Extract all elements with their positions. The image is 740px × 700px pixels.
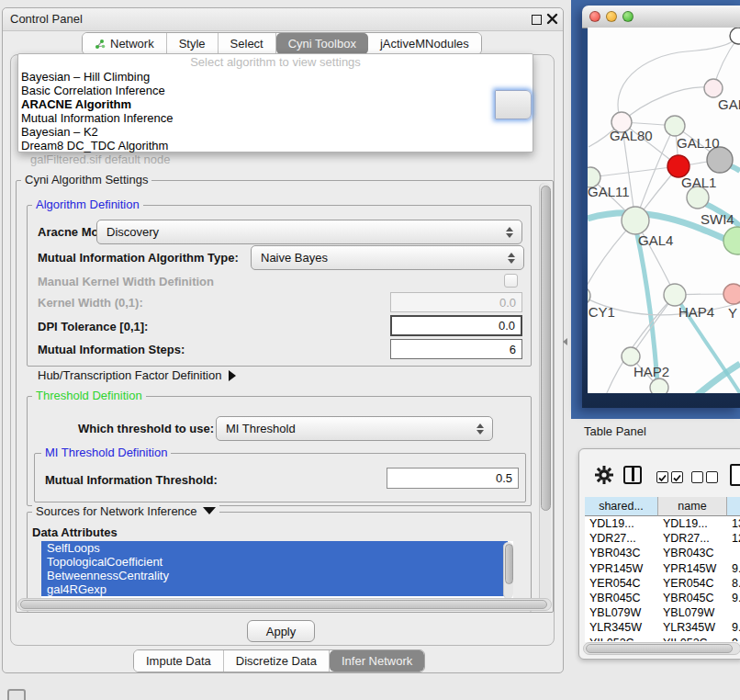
network-graph: GALGAL80GAL10GAL1GAL11SWI4GAL4GCY1HAP4YH… — [588, 28, 740, 393]
tab-network[interactable]: Network — [83, 33, 167, 54]
mi-threshold-field[interactable]: 0.5 — [387, 468, 519, 489]
table-cell[interactable] — [727, 605, 740, 620]
deselect-all-icon[interactable] — [691, 469, 721, 483]
expand-right-icon — [229, 370, 236, 381]
table-cell[interactable]: YBL079W — [585, 605, 658, 620]
table-cell[interactable]: YLR345W — [658, 620, 727, 635]
aracne-mode-combo[interactable]: Discovery — [96, 220, 522, 244]
attribute-list-scrollbar[interactable] — [503, 542, 513, 599]
column-header[interactable] — [727, 497, 740, 516]
algorithm-option[interactable]: Bayesian – Hill Climbing — [18, 70, 533, 84]
network-edge[interactable] — [695, 364, 740, 393]
gear-icon[interactable] — [594, 465, 614, 485]
manual-kernel-checkbox[interactable] — [504, 274, 518, 288]
table-selector-text: galFiltered.sif default node — [30, 152, 170, 166]
table-cell[interactable] — [727, 546, 740, 560]
data-attribute-item[interactable]: BetweennessCentrality — [41, 569, 508, 582]
data-attribute-item[interactable]: TopologicalCoefficient — [41, 555, 508, 569]
zoom-traffic-light-icon[interactable] — [622, 11, 633, 22]
table-cell[interactable]: YBR045C — [658, 591, 727, 605]
close-traffic-light-icon[interactable] — [589, 11, 600, 22]
network-node-gcy1[interactable] — [588, 287, 590, 305]
tab-cyni-toolbox[interactable]: Cyni Toolbox — [276, 33, 368, 54]
table-cell[interactable]: 13 — [727, 516, 740, 531]
splitter-handle-icon[interactable] — [563, 338, 567, 345]
settings-horizontal-scrollbar[interactable] — [17, 598, 552, 611]
network-node[interactable] — [723, 227, 740, 254]
network-node[interactable] — [650, 378, 668, 393]
tab-select[interactable]: Select — [219, 33, 276, 54]
table-horizontal-scrollbar[interactable] — [583, 642, 740, 655]
table-cell[interactable]: YDR27... — [658, 531, 727, 546]
network-node-gal[interactable] — [704, 79, 723, 97]
network-node-y[interactable] — [723, 284, 740, 304]
tab-discretize-data[interactable]: Discretize Data — [224, 650, 330, 672]
network-node-hap4[interactable] — [664, 284, 686, 306]
algorithm-option[interactable]: Dream8 DC_TDC Algorithm — [18, 139, 533, 152]
network-icon — [95, 39, 106, 50]
dock-panel-button[interactable] — [7, 689, 26, 700]
table-cell[interactable]: YIL052C — [585, 636, 658, 641]
network-node[interactable] — [707, 147, 733, 173]
apply-button[interactable]: Apply — [247, 620, 315, 642]
network-node-gal10[interactable] — [665, 116, 685, 136]
table-cell[interactable]: YBR043C — [658, 546, 727, 560]
table-cell[interactable]: YIL052C — [658, 636, 727, 641]
network-node[interactable] — [730, 28, 740, 44]
table-cell[interactable]: 9. — [727, 620, 740, 635]
node-label: HAP2 — [633, 364, 669, 379]
table-cell[interactable]: YPR145W — [658, 561, 727, 576]
data-attribute-item[interactable]: gal4RGexp — [41, 582, 508, 596]
network-node-hap2[interactable] — [622, 347, 640, 366]
tab-infer-network[interactable]: Infer Network — [330, 650, 424, 672]
data-attribute-item[interactable]: SelfLoops — [41, 541, 508, 555]
table-cell[interactable]: 8. — [727, 576, 740, 591]
table-cell[interactable]: 9. — [727, 591, 740, 605]
which-threshold-combo[interactable]: MI Threshold — [216, 416, 493, 441]
collapse-down-icon — [203, 507, 216, 514]
dpi-tolerance-field[interactable]: 0.0 — [390, 315, 522, 336]
column-header[interactable]: shared... — [585, 497, 658, 516]
network-canvas[interactable]: GALGAL80GAL10GAL1GAL11SWI4GAL4GCY1HAP4YH… — [588, 28, 740, 393]
mi-type-combo[interactable]: Naive Bayes — [251, 245, 524, 270]
algorithm-option[interactable]: ARACNE Algorithm — [18, 97, 533, 111]
data-attributes-list[interactable]: SelfLoopsTopologicalCoefficientBetweenne… — [41, 541, 513, 600]
close-icon[interactable] — [546, 13, 558, 25]
network-edge[interactable] — [622, 87, 713, 122]
algorithm-option[interactable]: Mutual Information Inference — [18, 111, 533, 125]
data-attributes-label: Data Attributes — [32, 525, 118, 539]
table-cell[interactable]: YER054C — [658, 576, 727, 591]
table-cell[interactable]: YER054C — [585, 576, 658, 591]
select-all-icon[interactable] — [656, 469, 686, 483]
table-cell[interactable]: YBL079W — [658, 605, 727, 620]
table-cell[interactable]: YDR27... — [585, 531, 658, 546]
tab-impute-data[interactable]: Impute Data — [134, 650, 224, 672]
mi-type-label: Mutual Information Algorithm Type: — [38, 251, 239, 265]
column-header[interactable]: name — [658, 497, 727, 516]
algorithm-dropdown-popup: Select algorithm to view settings Bayesi… — [17, 53, 533, 152]
network-edge[interactable] — [590, 166, 678, 177]
hub-tf-expander[interactable]: Hub/Transcription Factor Definition — [38, 368, 236, 382]
tab-style[interactable]: Style — [167, 33, 219, 54]
add-column-icon[interactable] — [730, 464, 740, 486]
settings-vertical-scrollbar[interactable] — [539, 183, 551, 608]
table-cell[interactable]: YBR043C — [585, 546, 658, 560]
algorithm-option[interactable]: Bayesian – K2 — [18, 125, 533, 139]
tab-jactivemnodules[interactable]: jActiveMNodules — [368, 33, 481, 54]
table-cell[interactable]: 12 — [727, 531, 740, 546]
table-cell[interactable]: YDL19... — [658, 516, 727, 531]
table-cell[interactable]: YPR145W — [585, 561, 658, 576]
sources-expander[interactable]: Sources for Network Inference — [32, 505, 219, 518]
mi-steps-field[interactable]: 6 — [390, 339, 522, 359]
minimize-traffic-light-icon[interactable] — [606, 11, 617, 22]
network-node-gal4[interactable] — [622, 207, 649, 234]
table-cell[interactable]: YLR345W — [585, 620, 658, 635]
table-cell[interactable]: 9 — [727, 636, 740, 641]
algorithm-option[interactable]: Basic Correlation Inference — [18, 84, 533, 97]
table-cell[interactable]: 9. — [727, 561, 740, 576]
table-cell[interactable]: YDL19... — [585, 516, 658, 531]
float-window-icon[interactable] — [532, 15, 542, 25]
algorithm-combo-fragment[interactable] — [495, 90, 532, 119]
table-cell[interactable]: YBR045C — [585, 591, 658, 605]
split-columns-icon[interactable] — [623, 466, 642, 484]
